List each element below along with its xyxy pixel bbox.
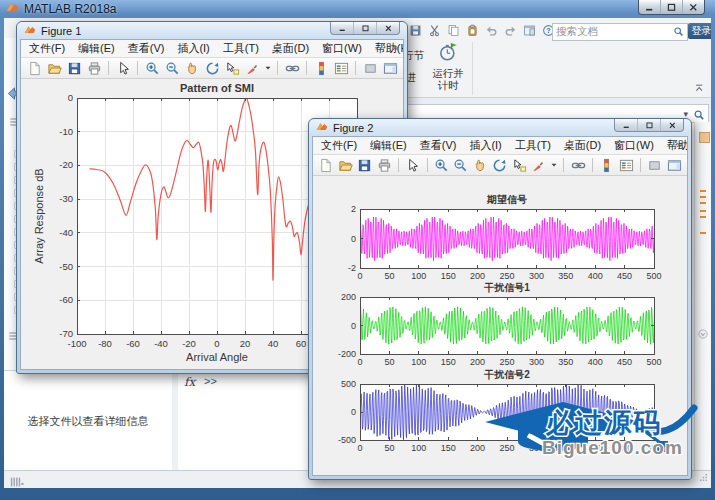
save-figure-icon[interactable] <box>356 157 374 174</box>
toolbar-separator <box>427 158 428 172</box>
toolbar-separator <box>640 158 641 172</box>
show-plot-tools-icon[interactable] <box>381 60 399 77</box>
y-tick-label: 0 <box>351 321 356 331</box>
zoom-in-icon[interactable] <box>433 157 451 174</box>
editor-fold-icon[interactable] <box>699 132 710 143</box>
undo-icon[interactable] <box>484 23 499 38</box>
pan-icon[interactable] <box>472 157 490 174</box>
insert-colorbar-icon[interactable] <box>312 60 330 77</box>
menu-item[interactable]: 桌面(D) <box>272 41 309 56</box>
minimize-button[interactable] <box>615 119 637 131</box>
x-tick-label: 0 <box>214 338 219 349</box>
hide-plot-tools-icon[interactable] <box>646 157 664 174</box>
x-tick-label: 150 <box>441 271 456 281</box>
menu-item[interactable]: 窗口(W) <box>614 138 654 153</box>
x-axis-label: Arrival Angle <box>186 351 248 363</box>
menu-overflow-icon[interactable]: » <box>676 139 682 150</box>
redo-icon[interactable] <box>503 23 518 38</box>
copy-icon[interactable] <box>446 23 461 38</box>
pan-icon[interactable] <box>183 60 201 77</box>
figure2-menubar: 文件(F)编辑(E)查看(V)插入(I)工具(T)桌面(D)窗口(W)帮助(H)… <box>313 137 687 155</box>
menu-item[interactable]: 文件(F) <box>29 41 65 56</box>
figure2-title: Figure 2 <box>333 122 373 134</box>
rotate-3d-icon[interactable] <box>491 157 509 174</box>
menu-item[interactable]: 插入(I) <box>469 138 501 153</box>
save-icon[interactable] <box>408 23 423 38</box>
y-axis-label: Array Response dB <box>33 168 45 263</box>
close-button[interactable] <box>682 0 704 14</box>
zoom-in-icon[interactable] <box>143 60 161 77</box>
new-document-icon[interactable] <box>25 60 43 77</box>
figure2-titlebar[interactable]: Figure 2 <box>309 119 691 136</box>
menu-item[interactable]: 插入(I) <box>177 41 209 56</box>
figure1-titlebar[interactable]: Figure 1 <box>17 22 407 39</box>
menu-item[interactable]: 帮助(H) <box>375 41 404 56</box>
menu-item[interactable]: 文件(F) <box>321 138 357 153</box>
restore-button[interactable] <box>353 22 376 34</box>
stopwatch-icon <box>439 42 458 65</box>
menu-item[interactable]: 桌面(D) <box>564 138 601 153</box>
menu-item[interactable]: 工具(T) <box>515 138 551 153</box>
toolbar-separator <box>277 61 278 75</box>
minimize-button[interactable] <box>639 0 660 14</box>
show-plot-tools-icon[interactable] <box>665 157 683 174</box>
print-figure-icon[interactable] <box>85 60 103 77</box>
login-button[interactable]: 登录 <box>688 23 711 39</box>
caret-down-icon[interactable] <box>550 157 559 174</box>
brush-icon[interactable] <box>530 157 548 174</box>
x-tick-label: 400 <box>588 271 603 281</box>
brush-icon[interactable] <box>243 60 261 77</box>
menu-item[interactable]: 工具(T) <box>223 41 259 56</box>
toolbar-separator <box>306 61 307 75</box>
switch-windows-icon[interactable] <box>522 23 537 38</box>
menu-overflow-icon[interactable]: » <box>392 42 398 53</box>
run-and-time-button[interactable]: 运行并计时 <box>424 42 473 95</box>
edit-plot-icon[interactable] <box>114 60 132 77</box>
edit-plot-icon[interactable] <box>404 157 422 174</box>
link-plot-icon[interactable] <box>283 60 301 77</box>
resize-grip-icon[interactable] <box>698 469 709 487</box>
address-dropdown-icon[interactable]: ▾ <box>683 109 688 119</box>
rotate-3d-icon[interactable] <box>203 60 221 77</box>
data-cursor-icon[interactable] <box>511 157 529 174</box>
insert-legend-icon[interactable] <box>332 60 350 77</box>
minimize-button[interactable] <box>331 22 353 34</box>
restore-button[interactable] <box>637 119 660 131</box>
menu-item[interactable]: 编辑(E) <box>370 138 407 153</box>
plot-title: 干扰信号2 <box>483 369 530 380</box>
menu-item[interactable]: 窗口(W) <box>322 41 362 56</box>
x-tick-label: 20 <box>240 338 251 349</box>
y-tick-label: 2 <box>351 204 356 214</box>
paste-icon[interactable] <box>465 23 480 38</box>
y-tick-label: -20 <box>59 159 73 170</box>
open-file-icon[interactable] <box>45 60 63 77</box>
open-file-icon[interactable] <box>337 157 355 174</box>
ribbon-collapse-button[interactable] <box>694 80 705 98</box>
status-grip-icon[interactable] <box>10 475 24 488</box>
cut-icon[interactable] <box>427 23 442 38</box>
figure2-toolbar <box>313 155 687 176</box>
hide-plot-tools-icon[interactable] <box>361 60 379 77</box>
insert-legend-icon[interactable] <box>617 157 635 174</box>
doc-search-box[interactable]: 搜索文档 <box>552 23 688 41</box>
insert-colorbar-icon[interactable] <box>598 157 616 174</box>
close-button[interactable] <box>660 119 683 131</box>
y-tick-label: 200 <box>341 292 356 302</box>
zoom-out-icon[interactable] <box>452 157 470 174</box>
search-icon[interactable] <box>673 23 684 41</box>
print-figure-icon[interactable] <box>376 157 394 174</box>
caret-down-icon[interactable] <box>263 60 272 77</box>
menu-item[interactable]: 查看(V) <box>420 138 457 153</box>
menu-item[interactable]: 查看(V) <box>128 41 165 56</box>
menu-item[interactable]: 编辑(E) <box>78 41 115 56</box>
zoom-out-icon[interactable] <box>163 60 181 77</box>
close-button[interactable] <box>376 22 399 34</box>
watermark-text-url: Bigue100.com <box>542 437 683 458</box>
main-titlebar[interactable]: MATLAB R2018a <box>0 0 715 18</box>
save-figure-icon[interactable] <box>65 60 83 77</box>
new-document-icon[interactable] <box>317 157 335 174</box>
watermark-text-cn: 必过源码 <box>545 408 662 438</box>
data-cursor-icon[interactable] <box>223 60 241 77</box>
link-plot-icon[interactable] <box>569 157 587 174</box>
maximize-button[interactable] <box>660 0 682 14</box>
